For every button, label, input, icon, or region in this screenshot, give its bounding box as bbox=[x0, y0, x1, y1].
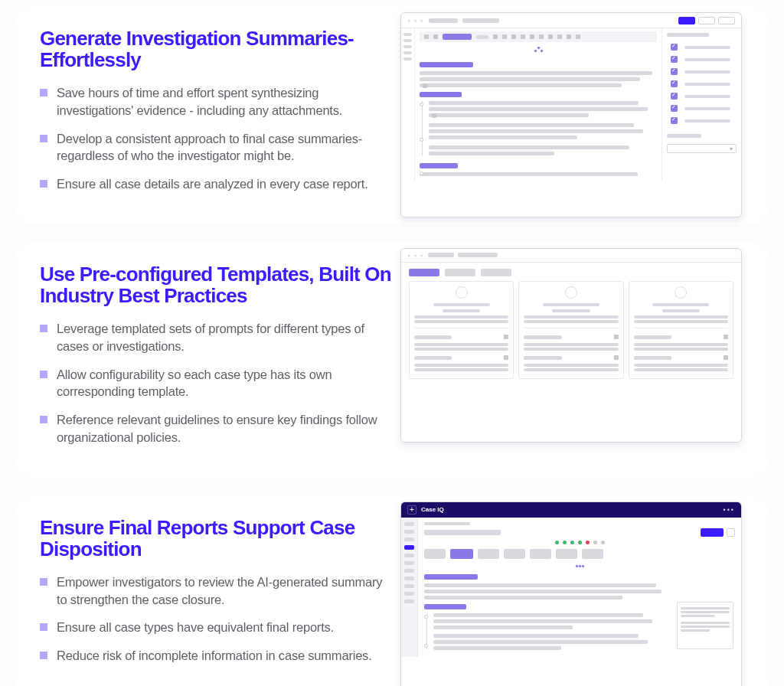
checkbox-icon bbox=[671, 56, 678, 63]
section-title: Use Pre-configured Templates, Built On I… bbox=[40, 263, 393, 306]
toolbar bbox=[420, 31, 657, 42]
text-column: Generate Investigation Summaries- Effort… bbox=[14, 6, 400, 225]
dropdown bbox=[667, 144, 737, 153]
icon-button bbox=[727, 528, 735, 537]
text-column: Ensure Final Reports Support Case Dispos… bbox=[14, 495, 400, 686]
template-card bbox=[518, 281, 623, 379]
nav-active bbox=[404, 545, 414, 550]
bullet-list: Leverage templated sets of prompts for d… bbox=[40, 320, 393, 446]
bullet-item: Develop a consistent approach to final c… bbox=[40, 130, 393, 165]
avatar-placeholder-icon bbox=[456, 286, 468, 299]
sub-tabs bbox=[424, 549, 735, 559]
plus-icon: + bbox=[407, 505, 416, 514]
bullet-item: Reduce risk of incomplete information in… bbox=[40, 647, 393, 665]
avatar-placeholder-icon bbox=[565, 286, 577, 299]
mockup-templates bbox=[400, 248, 742, 443]
window-dots-icon bbox=[407, 253, 424, 258]
primary-button bbox=[678, 17, 695, 24]
checkbox-icon bbox=[671, 117, 678, 124]
illustration-column bbox=[400, 242, 770, 449]
copy-icon bbox=[504, 335, 508, 339]
tab bbox=[445, 269, 475, 276]
checkbox-icon bbox=[671, 68, 678, 75]
bullet-item: Ensure all case details are analyzed in … bbox=[40, 175, 393, 193]
checkbox-icon bbox=[671, 105, 678, 112]
copy-icon bbox=[614, 355, 619, 360]
tab-row bbox=[401, 263, 741, 281]
side-nav bbox=[401, 518, 418, 657]
checkbox-icon bbox=[671, 44, 678, 51]
section-title: Generate Investigation Summaries- Effort… bbox=[40, 28, 393, 70]
preview-thumbnail bbox=[677, 602, 733, 649]
progress-steps bbox=[424, 541, 735, 544]
mockup-case-app: + Case IQ ••• bbox=[400, 501, 742, 686]
copy-icon bbox=[724, 335, 728, 339]
app-name: Case IQ bbox=[421, 506, 444, 513]
avatar-placeholder-icon bbox=[675, 286, 687, 299]
svg-rect-2 bbox=[540, 49, 543, 52]
bullet-item: Reference relevant guidelines to ensure … bbox=[40, 411, 393, 446]
bullet-item: Save hours of time and effort spent synt… bbox=[40, 84, 393, 119]
illustration-column bbox=[400, 6, 770, 224]
bullet-item: Leverage templated sets of prompts for d… bbox=[40, 320, 393, 355]
text-column: Use Pre-configured Templates, Built On I… bbox=[14, 242, 400, 479]
tab-active bbox=[409, 269, 439, 276]
bullet-item: Ensure all case types have equivalent fi… bbox=[40, 619, 393, 636]
app-titlebar: + Case IQ ••• bbox=[401, 502, 741, 518]
feature-section-1: Generate Investigation Summaries- Effort… bbox=[14, 6, 770, 225]
svg-rect-4 bbox=[578, 564, 581, 567]
sparkle-icon bbox=[533, 47, 544, 57]
undo-icon bbox=[424, 34, 429, 39]
more-icon: ••• bbox=[724, 506, 735, 514]
svg-rect-5 bbox=[581, 564, 584, 567]
tab bbox=[481, 269, 511, 276]
checklist-panel bbox=[662, 28, 741, 181]
checkbox-icon bbox=[671, 93, 678, 100]
tab-active bbox=[450, 549, 473, 559]
secondary-button bbox=[718, 17, 735, 24]
secondary-button bbox=[698, 17, 715, 24]
action-button bbox=[701, 528, 724, 537]
svg-rect-1 bbox=[534, 49, 537, 52]
svg-rect-3 bbox=[575, 564, 578, 567]
template-card bbox=[409, 281, 514, 379]
checkbox-icon bbox=[671, 80, 678, 87]
bullet-list: Empower investigators to review the AI-g… bbox=[40, 573, 393, 665]
bullet-item: Empower investigators to review the AI-g… bbox=[40, 573, 393, 609]
copy-icon bbox=[724, 355, 728, 360]
bullet-list: Save hours of time and effort spent synt… bbox=[40, 84, 393, 193]
template-card bbox=[629, 281, 733, 379]
feature-section-2: Use Pre-configured Templates, Built On I… bbox=[14, 242, 770, 479]
copy-icon bbox=[614, 335, 619, 339]
bullet-item: Allow configurability so each case type … bbox=[40, 366, 393, 401]
illustration-column: + Case IQ ••• bbox=[400, 495, 770, 686]
copy-icon bbox=[504, 355, 508, 360]
sparkle-icon bbox=[424, 564, 735, 570]
window-dots-icon bbox=[407, 18, 424, 23]
redo-icon bbox=[433, 34, 438, 39]
section-title: Ensure Final Reports Support Case Dispos… bbox=[40, 517, 393, 560]
svg-rect-0 bbox=[537, 47, 540, 50]
feature-section-3: Ensure Final Reports Support Case Dispos… bbox=[14, 495, 770, 686]
mockup-editor bbox=[400, 12, 742, 217]
